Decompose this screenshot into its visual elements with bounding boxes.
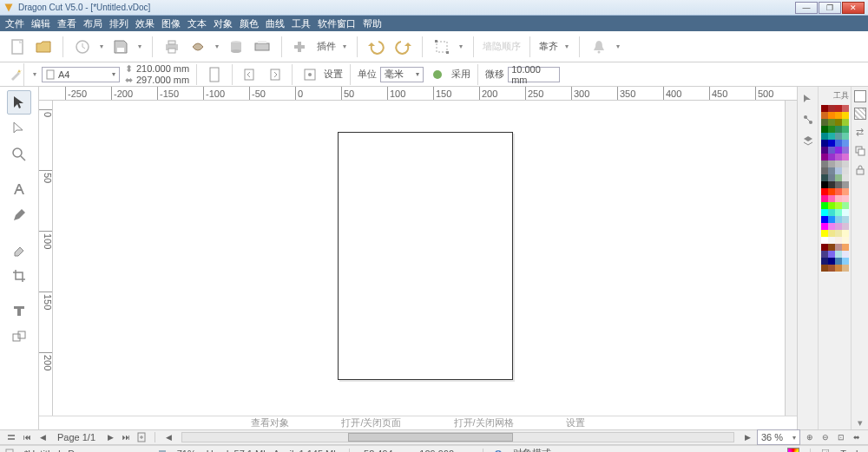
color-swatch[interactable] [842, 105, 849, 112]
unit-combo[interactable]: 毫米▾ [380, 67, 424, 82]
color-swatch[interactable] [842, 174, 849, 181]
zoom-combo[interactable]: 36 %▾ [757, 429, 800, 445]
settings-label[interactable]: 设置 [324, 68, 343, 81]
copy-icon[interactable] [853, 144, 867, 158]
close-button[interactable]: ✕ [842, 2, 865, 14]
edit-tool[interactable] [7, 116, 31, 141]
open-icon[interactable] [33, 36, 54, 57]
settings-icon[interactable] [299, 64, 320, 85]
paint-icon[interactable] [187, 36, 208, 57]
tools-header[interactable]: 工具 [833, 90, 849, 102]
color-swatch[interactable] [821, 188, 828, 195]
color-swatch[interactable] [821, 126, 828, 133]
horizontal-scrollbar[interactable] [181, 432, 734, 442]
nudge-input[interactable]: 10.000 mm [508, 67, 560, 82]
paper-size-combo[interactable]: A4▾ [42, 67, 120, 82]
type-tool[interactable] [7, 298, 31, 323]
cylinder-icon[interactable] [226, 36, 247, 57]
color-swatch[interactable] [842, 216, 849, 223]
color-swatch[interactable] [828, 202, 835, 209]
color-swatch[interactable] [842, 119, 849, 126]
horizontal-ruler[interactable]: -250-200-150-100-50050100150200250300350… [39, 87, 797, 101]
color-swatch[interactable] [828, 265, 835, 272]
color-swatch[interactable] [828, 112, 835, 119]
footer-settings[interactable]: 设置 [566, 416, 585, 429]
color-swatch[interactable] [842, 223, 849, 230]
color-swatch[interactable] [835, 160, 842, 167]
color-swatch[interactable] [842, 265, 849, 272]
color-swatch[interactable] [821, 119, 828, 126]
maximize-button[interactable]: ❐ [819, 2, 841, 14]
history-icon[interactable] [72, 36, 93, 57]
fill-indicator[interactable] [854, 90, 866, 102]
new-doc-icon[interactable] [7, 36, 28, 57]
color-swatch[interactable] [835, 119, 842, 126]
color-swatch[interactable] [821, 258, 828, 265]
wand-dropdown[interactable]: ▾ [31, 64, 38, 85]
save-icon[interactable] [110, 36, 131, 57]
color-swatch[interactable] [828, 195, 835, 202]
align-label[interactable]: 靠齐 [539, 40, 558, 53]
pen-tool[interactable] [7, 203, 31, 227]
bell-icon[interactable] [589, 36, 609, 57]
crop-tool[interactable] [7, 264, 31, 288]
print-icon[interactable] [161, 36, 182, 57]
vertical-scrollbar[interactable] [785, 101, 797, 416]
color-swatch[interactable] [828, 160, 835, 167]
stroke-indicator[interactable] [854, 108, 866, 120]
add-page-icon[interactable] [135, 431, 148, 443]
color-swatch[interactable] [842, 112, 849, 119]
color-swatch[interactable] [828, 140, 835, 147]
color-swatch[interactable] [835, 251, 842, 258]
color-swatch[interactable] [842, 140, 849, 147]
color-swatch[interactable] [821, 216, 828, 223]
color-swatch[interactable] [828, 230, 835, 237]
color-swatch[interactable] [842, 188, 849, 195]
color-swatch[interactable] [835, 188, 842, 195]
color-swatch[interactable] [828, 251, 835, 258]
menu-image[interactable]: 图像 [161, 17, 181, 30]
align-dropdown[interactable]: ▾ [563, 36, 570, 57]
color-swatch[interactable] [842, 244, 849, 251]
color-swatch[interactable] [828, 216, 835, 223]
color-swatch[interactable] [842, 167, 849, 174]
menu-color[interactable]: 颜色 [240, 17, 259, 30]
color-swatch[interactable] [835, 195, 842, 202]
color-swatch[interactable] [835, 105, 842, 112]
color-swatch[interactable] [828, 105, 835, 112]
color-swatch[interactable] [828, 126, 835, 133]
color-swatch[interactable] [828, 154, 835, 160]
page-prev-icon[interactable] [240, 64, 260, 85]
layer-mini-icon[interactable] [801, 134, 815, 147]
plugin-dropdown[interactable]: ▾ [341, 36, 348, 57]
color-swatch[interactable] [835, 112, 842, 119]
transform-dropdown[interactable]: ▾ [457, 36, 464, 57]
prev-page-icon[interactable]: ◀ [36, 431, 49, 443]
color-swatch[interactable] [828, 147, 835, 154]
minimize-button[interactable]: — [795, 2, 818, 14]
color-swatch[interactable] [821, 230, 828, 237]
color-swatch[interactable] [835, 230, 842, 237]
pointer-mini-icon[interactable] [801, 92, 815, 106]
color-swatch[interactable] [842, 230, 849, 237]
color-swatch[interactable] [842, 133, 849, 140]
color-swatch[interactable] [842, 147, 849, 154]
redo-icon[interactable] [392, 36, 413, 57]
menu-object[interactable]: 对象 [214, 17, 233, 30]
color-swatch[interactable] [821, 167, 828, 174]
color-swatch[interactable] [821, 251, 828, 258]
color-swatch[interactable] [835, 265, 842, 272]
undo-icon[interactable] [366, 36, 387, 57]
color-swatch[interactable] [842, 209, 849, 216]
footer-toggle-page[interactable]: 打开/关闭页面 [341, 416, 401, 429]
color-swatch[interactable] [828, 209, 835, 216]
color-swatch[interactable] [835, 147, 842, 154]
color-swatch[interactable] [821, 209, 828, 216]
color-swatch[interactable] [835, 202, 842, 209]
color-swatch[interactable] [835, 126, 842, 133]
first-page-icon[interactable]: ⏮ [21, 431, 33, 443]
color-swatch[interactable] [835, 181, 842, 188]
history-dropdown[interactable]: ▾ [98, 36, 105, 57]
color-swatch[interactable] [835, 154, 842, 160]
color-swatch[interactable] [835, 258, 842, 265]
